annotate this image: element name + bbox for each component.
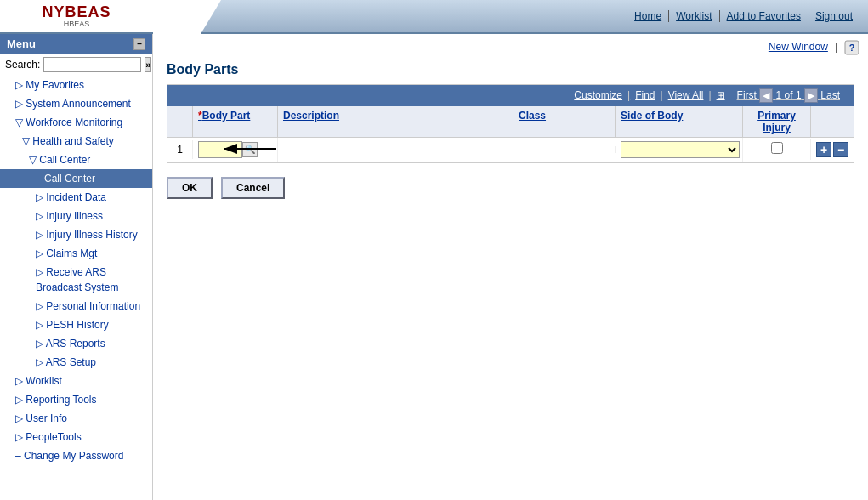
sidebar-item-receive-ars[interactable]: ▷ Receive ARS Broadcast System <box>0 263 152 297</box>
sidebar-item-call-center-group[interactable]: ▽ Call Center <box>0 151 152 169</box>
sidebar-item-user-info[interactable]: ▷ User Info <box>0 409 152 428</box>
side-of-body-select[interactable]: Left Right Both <box>621 141 740 158</box>
ok-button[interactable]: OK <box>167 177 213 199</box>
sidebar-item-my-favorites[interactable]: ▷ My Favorites <box>0 76 152 94</box>
sidebar-item-injury-illness[interactable]: ▷ Injury Illness <box>0 207 152 225</box>
sidebar-item-ars-setup[interactable]: ▷ ARS Setup <box>0 353 152 372</box>
sidebar-item-claims-mgt[interactable]: ▷ Claims Mgt <box>0 244 152 263</box>
body-part-lookup-button[interactable]: 🔍 <box>242 142 258 157</box>
top-banner: Home Worklist Add to Favorites Sign out <box>153 0 868 34</box>
column-headers: Body Part Description Class Side of Body… <box>167 106 854 138</box>
search-area: Search: » <box>0 54 152 76</box>
sidebar-item-system-announcement[interactable]: ▷ System Announcement <box>0 94 152 113</box>
sidebar-item-worklist[interactable]: ▷ Worklist <box>0 372 152 390</box>
body-part-input-container: 🔍 <box>198 141 258 158</box>
last-label[interactable]: Last <box>820 89 840 101</box>
col-num <box>167 106 193 137</box>
search-button[interactable]: » <box>145 57 151 72</box>
find-link[interactable]: Find <box>635 89 655 101</box>
logo-area: NYBEAS HBEAS <box>0 0 153 34</box>
sidebar-item-health-safety[interactable]: ▽ Health and Safety <box>0 132 152 151</box>
sidebar-item-incident-data[interactable]: ▷ Incident Data <box>0 188 152 207</box>
nav-add-favorites[interactable]: Add to Favorites <box>720 10 808 22</box>
sidebar-item-workforce-monitoring[interactable]: ▽ Workforce Monitoring <box>0 113 152 132</box>
sidebar-item-ars-reports[interactable]: ▷ ARS Reports <box>0 334 152 353</box>
col-side-of-body[interactable]: Side of Body <box>616 106 743 137</box>
table-header-bar: Customize | Find | View All | ⊞ First ◀ … <box>167 85 854 106</box>
customize-link[interactable]: Customize <box>574 89 622 101</box>
side-of-body-cell: Left Right Both <box>616 138 743 162</box>
sidebar: Menu – Search: » ▷ My Favorites ▷ System… <box>0 34 153 500</box>
prev-page-button[interactable]: ◀ <box>759 88 773 103</box>
col-actions <box>811 106 854 137</box>
nav-worklist[interactable]: Worklist <box>669 10 719 22</box>
sidebar-item-pesh-history[interactable]: ▷ PESH History <box>0 315 152 334</box>
col-primary-injury[interactable]: Primary Injury <box>743 106 811 137</box>
col-class[interactable]: Class <box>513 106 616 137</box>
form-buttons: OK Cancel <box>153 163 868 213</box>
next-page-button[interactable]: ▶ <box>804 88 818 103</box>
sidebar-item-injury-illness-history[interactable]: ▷ Injury Illness History <box>0 225 152 244</box>
body-part-cell: 🔍 <box>193 138 278 162</box>
sidebar-item-change-password[interactable]: – Change My Password <box>0 446 152 465</box>
add-row-button[interactable]: + <box>816 142 831 157</box>
grid-icon[interactable]: ⊞ <box>717 89 725 101</box>
view-all-link[interactable]: View All <box>668 89 704 101</box>
sidebar-item-people-tools[interactable]: ▷ PeopleTools <box>0 428 152 446</box>
col-description[interactable]: Description <box>278 106 513 137</box>
class-cell <box>513 146 616 153</box>
primary-injury-cell <box>743 139 811 160</box>
main-topbar: New Window | ? <box>153 34 868 59</box>
description-cell <box>278 146 513 153</box>
help-icon[interactable]: ? <box>844 39 859 55</box>
page-info: 1 of 1 <box>776 89 802 101</box>
banner-shape <box>153 0 221 34</box>
logo-sub: HBEAS <box>42 20 111 28</box>
table-row: 1 🔍 <box>167 138 854 162</box>
row-number: 1 <box>167 140 193 159</box>
sidebar-menu-label: Menu <box>7 37 36 50</box>
search-input[interactable] <box>43 57 141 72</box>
search-label: Search: <box>5 59 40 71</box>
col-body-part[interactable]: Body Part <box>193 106 278 137</box>
sidebar-item-reporting-tools[interactable]: ▷ Reporting Tools <box>0 390 152 409</box>
body-part-input[interactable] <box>198 141 242 158</box>
page-title: Body Parts <box>153 59 868 84</box>
sidebar-header: Menu – <box>0 34 152 54</box>
table-container: Customize | Find | View All | ⊞ First ◀ … <box>167 84 854 163</box>
sidebar-item-personal-info[interactable]: ▷ Personal Information <box>0 297 152 315</box>
svg-text:?: ? <box>849 43 855 53</box>
primary-injury-checkbox[interactable] <box>771 142 783 154</box>
sidebar-minimize-button[interactable]: – <box>133 38 145 50</box>
action-buttons-cell: + − <box>811 139 854 161</box>
first-label[interactable]: First <box>737 89 757 101</box>
main-content: New Window | ? Body Parts Customize | Fi… <box>153 34 868 500</box>
sidebar-item-call-center-selected[interactable]: – Call Center <box>0 169 152 188</box>
nav-signout[interactable]: Sign out <box>808 10 859 22</box>
nav-home[interactable]: Home <box>627 10 669 22</box>
new-window-link[interactable]: New Window <box>769 41 828 53</box>
cancel-button[interactable]: Cancel <box>221 177 285 199</box>
remove-row-button[interactable]: − <box>833 142 848 157</box>
top-nav: Home Worklist Add to Favorites Sign out <box>627 10 859 22</box>
logo-text: NYBEAS <box>42 4 111 20</box>
